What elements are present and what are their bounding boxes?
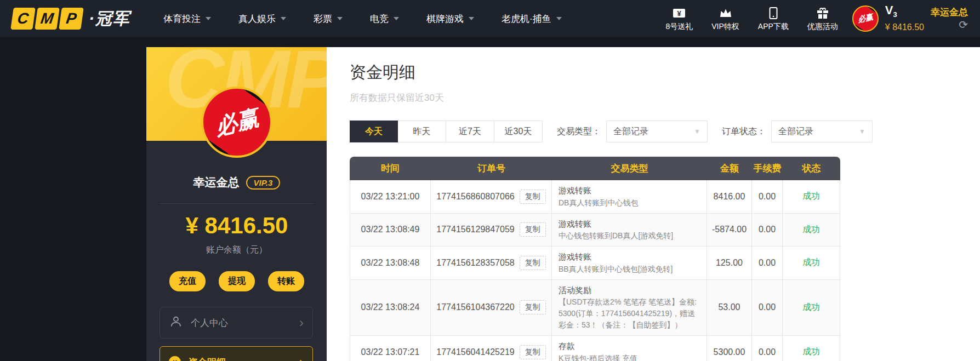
date-tab[interactable]: 今天 [350, 121, 398, 142]
transactions-table: 时间 订单号 交易类型 金额 手续费 状态 03/22 13:21:00 177… [350, 157, 840, 361]
refresh-balance-icon[interactable]: ⟳ [959, 20, 968, 30]
svg-text:¥: ¥ [677, 9, 682, 18]
cell-transaction-type: 游戏转账 BB真人转账到中心钱包[游戏免转] [552, 247, 707, 279]
cell-order-number: 1774156104367220 复制 [431, 280, 552, 336]
copy-button[interactable]: 复制 [520, 222, 546, 237]
top-nav: C M P ·冠军 体育投注 真人娱乐 彩票 电竞 棋牌游戏 老虎机·捕鱼 ¥ … [0, 0, 980, 37]
fund-detail-panel: 资金明细 所有数据只保留近30天 今天 昨天 近7天 近30天 交易类型： 全部… [327, 47, 980, 361]
cell-transaction-type: 活动奖励 【USDT存款送2% 笔笔存 笔笔送】金额: 5300(订单：1774… [552, 280, 707, 336]
crown-icon [719, 6, 733, 20]
page-title: 资金明细 [350, 47, 980, 84]
gift-ticket-icon: ¥ [672, 6, 686, 20]
date-tab[interactable]: 近30天 [494, 121, 543, 142]
nav-quick-link[interactable]: APP下载 [758, 6, 789, 32]
cell-status: 成功 [783, 247, 840, 279]
copy-button[interactable]: 复制 [520, 256, 546, 270]
app-download-icon [766, 6, 780, 20]
cell-status: 成功 [783, 180, 840, 213]
nav-menu-item[interactable]: 体育投注 [163, 13, 211, 25]
status-badge: 成功 [802, 224, 820, 236]
chevron-down-icon [556, 17, 562, 20]
cell-fee: 0.00 [752, 280, 783, 336]
sidebar-actions: 充值 提现 转账 [146, 271, 327, 291]
filter-label: 交易类型： [557, 126, 601, 137]
filters: 交易类型： 全部记录 ▼ 订单状态： 全部记录 ▼ [543, 121, 873, 142]
user-avatar[interactable]: 必赢 [852, 5, 879, 32]
page-subtitle: 所有数据只保留近30天 [350, 91, 980, 104]
chevron-down-icon: ▼ [859, 128, 865, 135]
cell-order-number: 1774156860807066 复制 [431, 180, 552, 213]
divider [159, 203, 314, 204]
cell-amount: 53.00 [707, 280, 752, 336]
cell-transaction-type: 游戏转账 DB真人转账到中心钱包 [552, 180, 707, 213]
cell-fee: 0.00 [752, 180, 783, 213]
copy-button[interactable]: 复制 [520, 300, 546, 314]
chevron-right-icon: › [299, 357, 304, 361]
nav-quick-link[interactable]: VIP特权 [711, 6, 739, 32]
table-column-header: 手续费 [752, 162, 783, 175]
filter-label: 订单状态： [722, 126, 766, 137]
nav-quick-links: ¥ 8号送礼 VIP特权 APP下载 优惠活动 [665, 6, 837, 32]
filter-group: 订单状态： 全部记录 ▼ [708, 121, 873, 142]
table-row: 03/22 13:08:49 1774156129847059 复制 游戏转账 … [350, 214, 840, 247]
sidebar-item-personal-center[interactable]: 个人中心 › [159, 307, 313, 339]
nav-user-area: 必赢 V3 ¥ 8416.50 幸运金总 ⟳ [852, 5, 968, 32]
status-badge: 成功 [802, 257, 820, 268]
table-row: 03/22 13:08:24 1774156104367220 复制 活动奖励 … [350, 280, 840, 336]
copy-button[interactable]: 复制 [520, 345, 546, 359]
account-balance-label: 账户余额（元） [146, 244, 327, 256]
table-body: 03/22 13:21:00 1774156860807066 复制 游戏转账 … [350, 180, 840, 361]
nav-quick-link[interactable]: ¥ 8号送礼 [665, 6, 693, 32]
sidebar-item-fund-detail[interactable]: × 资金明细 › [159, 346, 313, 361]
profile-sidebar: CMP 必赢 幸运金总 VIP.3 ¥ 8416.50 账户余额（元） 充值 提… [146, 47, 327, 361]
cell-time: 03/22 13:08:24 [350, 280, 431, 336]
deposit-button[interactable]: 充值 [169, 271, 206, 291]
date-tab[interactable]: 昨天 [398, 121, 446, 142]
nav-menu-item[interactable]: 真人娱乐 [238, 13, 286, 25]
nav-menu-item[interactable]: 电竞 [370, 13, 399, 25]
chevron-down-icon [281, 17, 286, 20]
table-column-header: 金额 [707, 162, 752, 175]
chevron-down-icon: ▼ [694, 128, 700, 135]
profile-username: 幸运金总 [193, 175, 240, 190]
cell-order-number: 1774156128357058 复制 [431, 247, 552, 279]
chevron-down-icon [206, 17, 211, 20]
fund-detail-icon: × [169, 356, 181, 361]
chevron-down-icon [337, 17, 343, 20]
cell-time: 03/22 13:08:48 [350, 247, 431, 279]
order-status-select[interactable]: 全部记录 ▼ [771, 121, 873, 142]
cell-time: 03/22 13:08:49 [350, 214, 431, 247]
cell-transaction-type: 存款 K豆钱包-稍后选择 充值 [552, 336, 707, 361]
logo-suffix: ·冠军 [89, 8, 130, 30]
person-icon [169, 314, 183, 331]
table-row: 03/22 13:21:00 1774156860807066 复制 游戏转账 … [350, 180, 840, 214]
brand-logo[interactable]: C M P ·冠军 [12, 8, 130, 30]
profile-avatar[interactable]: 必赢 [201, 87, 272, 158]
cell-status: 成功 [783, 280, 840, 336]
nav-menu-item[interactable]: 彩票 [314, 13, 343, 25]
withdraw-button[interactable]: 提现 [219, 271, 255, 291]
status-badge: 成功 [802, 302, 820, 313]
table-row: 03/22 13:07:21 1774156041425219 复制 存款 K豆… [350, 336, 840, 361]
transaction-type-select[interactable]: 全部记录 ▼ [606, 121, 708, 142]
copy-button[interactable]: 复制 [520, 190, 546, 204]
vip-badge: VIP.3 [246, 176, 281, 190]
table-row: 03/22 13:08:48 1774156128357058 复制 游戏转账 … [350, 247, 840, 280]
cell-status: 成功 [783, 214, 840, 247]
nav-menu-item[interactable]: 棋牌游戏 [426, 13, 474, 25]
logo-letter: C [10, 8, 36, 30]
date-tab[interactable]: 近7天 [446, 121, 494, 142]
cell-time: 03/22 13:21:00 [350, 180, 431, 213]
table-column-header: 交易类型 [552, 162, 707, 175]
nav-menu-item[interactable]: 老虎机·捕鱼 [502, 13, 562, 25]
status-badge: 成功 [802, 346, 820, 358]
logo-letter: M [35, 8, 60, 30]
cell-transaction-type: 游戏转账 中心钱包转账到DB真人[游戏免转] [552, 214, 707, 247]
username: 幸运金总 [931, 7, 968, 18]
nav-quick-link[interactable]: 优惠活动 [807, 6, 838, 32]
chevron-down-icon [469, 17, 474, 20]
cell-amount: 5300.00 [707, 336, 752, 361]
transfer-button[interactable]: 转账 [268, 271, 304, 291]
promo-gift-icon [816, 6, 830, 20]
vip-level: V3 [885, 5, 924, 20]
